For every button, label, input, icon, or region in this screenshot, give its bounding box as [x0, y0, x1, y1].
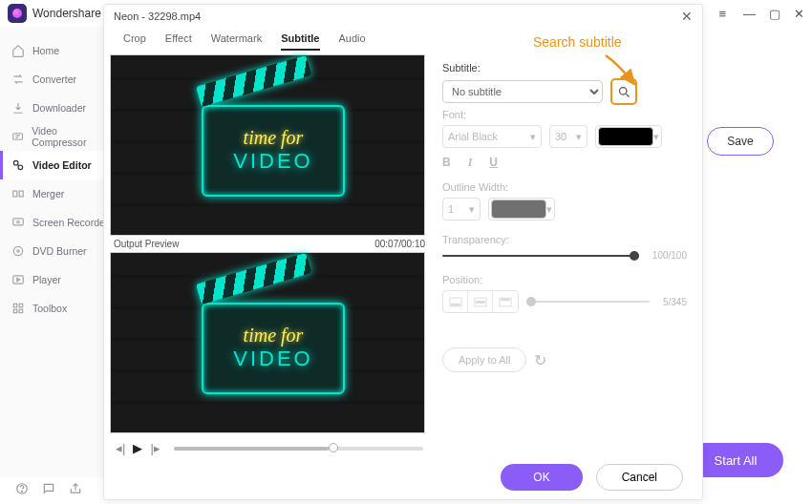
preview-column: time for VIDEO Output Preview 00:07/00:1…	[104, 51, 429, 455]
close-icon[interactable]: ✕	[681, 9, 693, 24]
sidebar-item-video-editor[interactable]: Video Editor	[0, 151, 110, 179]
tab-crop[interactable]: Crop	[123, 32, 146, 51]
svg-point-2	[18, 165, 23, 170]
svg-rect-3	[13, 191, 17, 197]
neon-text-2: VIDEO	[233, 149, 312, 174]
tab-audio[interactable]: Audio	[339, 32, 366, 51]
font-family-select[interactable]: Arial Black▾	[442, 125, 542, 148]
subtitle-select[interactable]: No subtitle	[442, 80, 603, 103]
tab-watermark[interactable]: Watermark	[211, 32, 262, 51]
font-color-select[interactable]: ▾	[595, 125, 662, 148]
svg-rect-20	[476, 301, 484, 303]
svg-point-8	[17, 250, 19, 252]
sidebar-item-label: Video Editor	[32, 159, 92, 171]
tab-effect[interactable]: Effect	[165, 32, 192, 51]
tab-subtitle[interactable]: Subtitle	[281, 32, 319, 51]
transparency-label: Transparency:	[442, 234, 687, 245]
sidebar-item-home[interactable]: Home	[0, 36, 110, 65]
outline-label: Outline Width:	[442, 181, 687, 193]
svg-point-15	[22, 491, 23, 492]
position-bottom-icon[interactable]	[443, 291, 468, 312]
playback-controls: ◂| ▶ |▸	[110, 433, 429, 455]
cancel-button[interactable]: Cancel	[596, 464, 683, 491]
sidebar-item-label: Video Compressor	[32, 125, 110, 148]
timecode: 00:07/00:10	[374, 239, 425, 249]
svg-rect-11	[19, 304, 23, 307]
maximize-icon[interactable]: ▢	[769, 7, 780, 21]
minimize-icon[interactable]: —	[743, 7, 756, 21]
sidebar-item-label: DVD Burner	[32, 245, 87, 257]
bold-toggle[interactable]: B	[442, 156, 451, 170]
save-button[interactable]: Save	[707, 127, 774, 156]
sidebar-item-player[interactable]: Player	[0, 265, 110, 294]
svg-rect-10	[13, 304, 17, 307]
sidebar-item-label: Merger	[32, 188, 64, 200]
hamburger-icon[interactable]: ≡	[718, 7, 726, 21]
sidebar-item-screen-recorder[interactable]: Screen Recorder	[0, 208, 110, 237]
sidebar-item-label: Toolbox	[32, 303, 67, 314]
sidebar-item-converter[interactable]: Converter	[0, 65, 110, 94]
svg-rect-18	[451, 304, 459, 305]
feedback-icon[interactable]	[42, 482, 55, 499]
position-slider[interactable]	[526, 301, 650, 303]
svg-rect-12	[13, 309, 17, 313]
output-preview: time for VIDEO	[110, 252, 425, 433]
underline-toggle[interactable]: U	[489, 156, 498, 170]
search-subtitle-button[interactable]	[610, 78, 637, 105]
play-icon[interactable]: ▶	[133, 441, 142, 455]
brand-text: Wondershare	[32, 7, 101, 20]
outline-color-select[interactable]: ▾	[488, 198, 555, 220]
output-preview-label: Output Preview	[114, 239, 179, 249]
help-icon[interactable]	[15, 482, 29, 499]
sidebar-item-compressor[interactable]: Video Compressor	[0, 122, 110, 151]
prev-frame-icon[interactable]: ◂|	[116, 441, 125, 455]
next-frame-icon[interactable]: |▸	[150, 441, 160, 455]
position-top-icon[interactable]	[493, 291, 518, 312]
editor-tabs: Crop Effect Watermark Subtitle Audio	[104, 27, 702, 51]
svg-rect-22	[502, 299, 510, 301]
outline-width-select[interactable]: 1▾	[442, 198, 481, 220]
share-icon[interactable]	[69, 482, 82, 499]
timeline-scrubber[interactable]	[174, 447, 423, 451]
sidebar-item-label: Downloader	[32, 102, 86, 114]
position-presets[interactable]	[442, 290, 519, 313]
neon-text-1: time for	[244, 128, 304, 147]
sidebar: Home Converter Downloader Video Compress…	[0, 27, 111, 477]
close-window-icon[interactable]: ✕	[794, 7, 804, 21]
svg-point-16	[619, 87, 627, 94]
position-middle-icon[interactable]	[468, 291, 493, 312]
transparency-slider[interactable]	[442, 255, 639, 257]
font-size-select[interactable]: 30▾	[549, 125, 588, 148]
ok-button[interactable]: OK	[501, 464, 582, 491]
subtitle-label: Subtitle:	[442, 62, 687, 74]
editor-dialog: Neon - 32298.mp4 ✕ Crop Effect Watermark…	[103, 4, 703, 500]
refresh-icon[interactable]: ↻	[534, 351, 546, 369]
transparency-value: 100/100	[652, 250, 687, 261]
svg-rect-13	[19, 309, 23, 313]
svg-point-7	[13, 246, 22, 255]
svg-rect-4	[19, 191, 23, 197]
sidebar-item-label: Converter	[32, 74, 76, 85]
search-icon	[617, 85, 631, 99]
bottombar	[0, 477, 111, 504]
position-value: 5/345	[663, 297, 687, 307]
sidebar-item-toolbox[interactable]: Toolbox	[0, 294, 110, 323]
svg-point-6	[17, 220, 19, 222]
sidebar-item-downloader[interactable]: Downloader	[0, 94, 110, 122]
source-preview: time for VIDEO	[110, 54, 425, 236]
app-logo	[8, 4, 27, 23]
sidebar-item-label: Screen Recorder	[32, 217, 108, 228]
svg-point-1	[13, 160, 18, 165]
sidebar-item-dvd-burner[interactable]: DVD Burner	[0, 237, 110, 265]
subtitle-settings: Subtitle: No subtitle Font: Arial Black▾…	[429, 51, 702, 455]
sidebar-item-label: Player	[32, 274, 61, 285]
font-label: Font:	[442, 109, 687, 120]
position-label: Position:	[442, 274, 687, 285]
dialog-title: Neon - 32298.mp4	[114, 10, 201, 22]
italic-toggle[interactable]: I	[468, 156, 473, 170]
sidebar-item-merger[interactable]: Merger	[0, 179, 110, 208]
sidebar-item-label: Home	[32, 45, 59, 56]
svg-rect-5	[13, 219, 24, 225]
svg-rect-0	[13, 134, 23, 140]
apply-to-all-button[interactable]: Apply to All	[442, 347, 526, 372]
